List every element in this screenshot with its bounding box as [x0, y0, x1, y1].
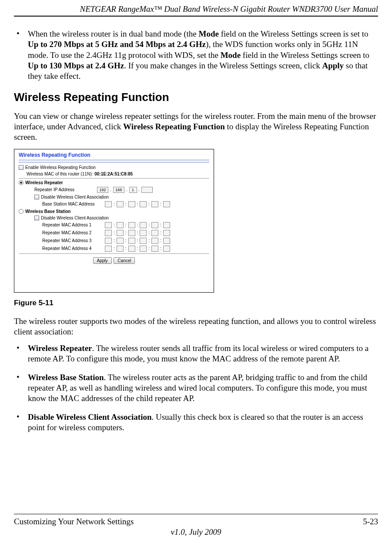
- cancel-button[interactable]: Cancel: [114, 257, 135, 264]
- fig-repmac-row: Repeater MAC Address 2 :::::: [14, 229, 214, 237]
- mode-bullet: • Disable Wireless Client Association. U…: [14, 412, 378, 433]
- mac-field[interactable]: [140, 230, 147, 236]
- mac-field[interactable]: [117, 246, 124, 252]
- fig-title-rule: [19, 160, 209, 160]
- mac-field[interactable]: [117, 230, 124, 236]
- radio-icon[interactable]: [19, 209, 23, 214]
- mac-field[interactable]: [128, 246, 135, 252]
- mac-field[interactable]: [140, 246, 147, 252]
- fig-mac-value: 00:1E:2A:51:C8:85: [94, 172, 133, 176]
- mac-field[interactable]: [105, 246, 112, 252]
- ip-field[interactable]: 168: [113, 187, 124, 193]
- bullet-marker: •: [14, 29, 28, 82]
- mac-field[interactable]: [140, 201, 147, 207]
- intro-bullet-text: When the wireless router is in dual band…: [28, 29, 378, 82]
- fig-repmac-row: Repeater MAC Address 3 :::::: [14, 237, 214, 245]
- mac-field[interactable]: [151, 230, 158, 236]
- footer-section: Customizing Your Network Settings: [14, 517, 134, 526]
- mac-field[interactable]: [163, 230, 170, 236]
- fig-repmac-label: Repeater MAC Address 3: [42, 238, 103, 243]
- figure-screenshot: Wireless Repeating Function Enable Wirel…: [14, 149, 214, 293]
- footer-rule: [14, 514, 378, 514]
- mode-bullet: • Wireless Base Station. The wireless ro…: [14, 372, 378, 404]
- ip-field[interactable]: 1: [129, 187, 137, 193]
- fig-divider: [19, 178, 209, 179]
- checkbox-icon[interactable]: [19, 165, 23, 170]
- bullet-marker: •: [14, 412, 28, 433]
- fig-repmac-label: Repeater MAC Address 4: [42, 246, 103, 251]
- mac-field[interactable]: [163, 246, 170, 252]
- doc-header: NETGEAR RangeMax™ Dual Band Wireless-N G…: [14, 0, 378, 14]
- mac-field[interactable]: [117, 238, 124, 244]
- after-figure-para: The wireless router supports two modes o…: [14, 316, 378, 337]
- mode-bullet-text: Wireless Repeater. The wireless router s…: [28, 343, 378, 364]
- fig-enable-label: Enable Wireless Repeating Function: [25, 165, 96, 170]
- fig-disable-assoc-label: Disable Wireless Client Association: [41, 195, 109, 199]
- ip-field[interactable]: 192: [97, 187, 108, 193]
- fig-disable-assoc-row: Disable Wireless Client Association: [14, 194, 214, 200]
- mac-field[interactable]: [151, 246, 158, 252]
- mac-field[interactable]: [151, 222, 158, 228]
- apply-button[interactable]: Apply: [93, 257, 112, 264]
- fig-subrule: [19, 162, 209, 162]
- section-heading: Wireless Repeating Function: [14, 91, 378, 104]
- mac-field[interactable]: [151, 238, 158, 244]
- fig-base-mac-row: Base Station MAC Address : : : : :: [14, 200, 214, 208]
- mac-field[interactable]: [105, 201, 112, 207]
- bullet-marker: •: [14, 343, 28, 364]
- mode-bullet: • Wireless Repeater. The wireless router…: [14, 343, 378, 364]
- mode-bullet-text: Disable Wireless Client Association. Usu…: [28, 412, 378, 433]
- mac-field[interactable]: [140, 238, 147, 244]
- mac-field[interactable]: [105, 222, 112, 228]
- mac-field[interactable]: [105, 230, 112, 236]
- mac-field[interactable]: [128, 222, 135, 228]
- mac-field[interactable]: [163, 201, 170, 207]
- mode-bullet-text: Wireless Base Station. The wireless rout…: [28, 372, 378, 404]
- mac-field[interactable]: [105, 238, 112, 244]
- fig-button-row: Apply Cancel: [14, 255, 214, 266]
- page-footer: Customizing Your Network Settings 5-23 v…: [14, 514, 378, 537]
- fig-repmac-row: Repeater MAC Address 1 :::::: [14, 221, 214, 229]
- fig-mac-pre: Wireless MAC of this router (11N):: [27, 172, 93, 176]
- fig-basestation-row: Wireless Base Station: [14, 208, 214, 215]
- mac-field[interactable]: [163, 222, 170, 228]
- fig-repmac-label: Repeater MAC Address 2: [42, 230, 103, 235]
- figure-caption: Figure 5-11: [14, 299, 378, 307]
- fig-basestation-label: Wireless Base Station: [25, 209, 70, 214]
- mac-field[interactable]: [128, 201, 135, 207]
- mac-field[interactable]: [128, 238, 135, 244]
- ip-field[interactable]: [141, 187, 153, 193]
- mac-field[interactable]: [117, 222, 124, 228]
- fig-repeater-row: Wireless Repeater: [14, 179, 214, 186]
- footer-version: v1.0, July 2009: [14, 527, 378, 537]
- fig-repeater-ip-row: Repeater IP Address 192. 168. 1.: [14, 186, 214, 194]
- fig-disable-assoc2-row: Disable Wireless Client Association: [14, 215, 214, 221]
- mac-field[interactable]: [151, 201, 158, 207]
- fig-disable-assoc2-label: Disable Wireless Client Association: [41, 216, 109, 220]
- bullet-marker: •: [14, 372, 28, 404]
- fig-repmac-label: Repeater MAC Address 1: [42, 223, 103, 227]
- fig-repeater-label: Wireless Repeater: [25, 180, 63, 185]
- checkbox-icon[interactable]: [34, 195, 39, 199]
- fig-enable-row: Enable Wireless Repeating Function: [14, 164, 214, 171]
- radio-icon[interactable]: [19, 180, 23, 185]
- fig-title: Wireless Repeating Function: [14, 149, 214, 160]
- fig-repmac-row: Repeater MAC Address 4 :::::: [14, 245, 214, 253]
- checkbox-icon[interactable]: [34, 216, 39, 220]
- doc-title: NETGEAR RangeMax™ Dual Band Wireless-N G…: [80, 4, 378, 13]
- intro-bullet: • When the wireless router is in dual ba…: [14, 29, 378, 82]
- fig-mac-row: Wireless MAC of this router (11N): 00:1E…: [14, 171, 214, 177]
- section-intro-para: You can view or change wireless repeater…: [14, 111, 378, 143]
- mac-field[interactable]: [140, 222, 147, 228]
- fig-base-mac-label: Base Station MAC Address: [42, 202, 103, 206]
- mac-field[interactable]: [163, 238, 170, 244]
- fig-divider: [19, 253, 209, 254]
- mac-field[interactable]: [117, 201, 124, 207]
- fig-repeater-ip-label: Repeater IP Address: [34, 187, 95, 192]
- footer-page: 5-23: [363, 517, 378, 526]
- mac-field[interactable]: [128, 230, 135, 236]
